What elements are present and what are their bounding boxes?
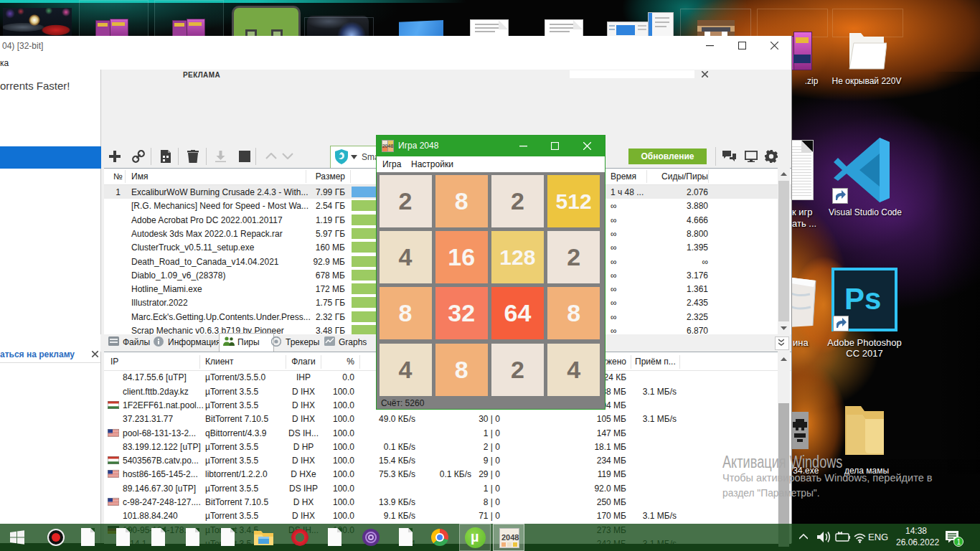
svg-text:2048: 2048 [382, 143, 394, 149]
